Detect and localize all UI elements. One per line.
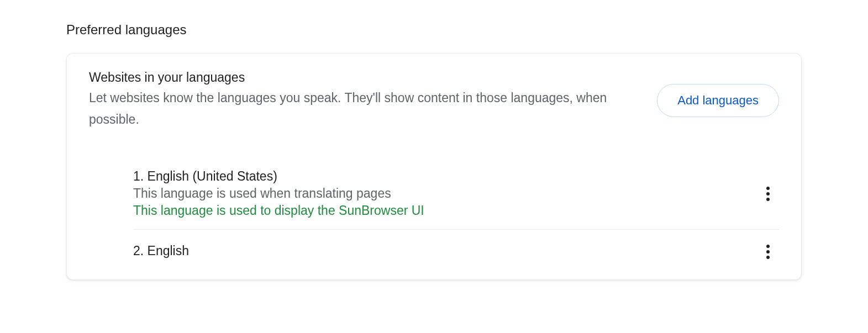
language-row: 2. English bbox=[133, 230, 779, 274]
more-vertical-icon bbox=[766, 245, 770, 259]
svg-point-2 bbox=[766, 198, 770, 201]
language-ui-note: This language is used to display the Sun… bbox=[133, 203, 757, 218]
language-info: 1. English (United States) This language… bbox=[133, 169, 757, 218]
language-name: 1. English (United States) bbox=[133, 169, 757, 184]
svg-point-3 bbox=[766, 245, 770, 248]
card-description: Let websites know the languages you spea… bbox=[89, 87, 630, 130]
card-header: Websites in your languages Let websites … bbox=[89, 70, 779, 130]
languages-card: Websites in your languages Let websites … bbox=[66, 53, 802, 280]
more-vertical-icon bbox=[766, 187, 770, 201]
svg-point-1 bbox=[766, 192, 770, 195]
svg-point-0 bbox=[766, 187, 770, 190]
add-languages-button[interactable]: Add languages bbox=[657, 84, 779, 117]
language-row: 1. English (United States) This language… bbox=[133, 158, 779, 229]
preferred-languages-title: Preferred languages bbox=[66, 22, 802, 38]
language-name: 2. English bbox=[133, 244, 757, 258]
language-more-button[interactable] bbox=[757, 241, 779, 263]
svg-point-5 bbox=[766, 256, 770, 259]
card-subtitle: Websites in your languages bbox=[89, 70, 635, 85]
svg-point-4 bbox=[766, 250, 770, 253]
card-header-text: Websites in your languages Let websites … bbox=[89, 70, 635, 130]
language-list: 1. English (United States) This language… bbox=[89, 158, 779, 274]
language-more-button[interactable] bbox=[757, 183, 779, 205]
language-translation-note: This language is used when translating p… bbox=[133, 186, 757, 201]
language-info: 2. English bbox=[133, 244, 757, 261]
